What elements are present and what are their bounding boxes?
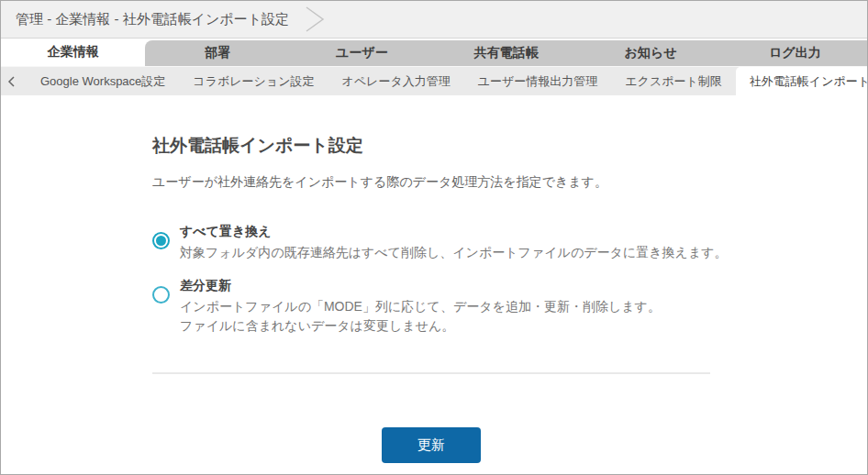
update-button[interactable]: 更新 xyxy=(382,427,481,463)
breadcrumb-text: 管理 - 企業情報 - 社外電話帳インポート設定 xyxy=(16,11,289,28)
breadcrumb: 管理 - 企業情報 - 社外電話帳インポート設定 xyxy=(1,1,867,39)
subtab-collaboration[interactable]: コラボレーション設定 xyxy=(179,67,328,95)
page-title: 社外電話帳インポート設定 xyxy=(152,134,867,158)
option-description: 対象フォルダ内の既存連絡先はすべて削除し、インポートファイルのデータに置き換えま… xyxy=(180,243,728,262)
tab-label: ユーザー xyxy=(336,45,388,61)
tab-label: 部署 xyxy=(205,45,230,61)
radio-unselected-icon[interactable] xyxy=(152,286,170,304)
subtab-google-workspace[interactable]: Google Workspace設定 xyxy=(27,67,179,95)
radio-option-replace-all[interactable]: すべて置き換え 対象フォルダ内の既存連絡先はすべて削除し、インポートファイルのデ… xyxy=(152,222,740,262)
tab-label: お知らせ xyxy=(624,45,676,61)
page-description: ユーザーが社外連絡先をインポートする際のデータ処理方法を指定できます。 xyxy=(152,174,867,191)
option-description-line2: ファイルに含まれないデータは変更しません。 xyxy=(180,316,661,336)
breadcrumb-chevron-icon xyxy=(304,6,326,33)
tab-department[interactable]: 部署 xyxy=(145,40,289,66)
subtab-user-info-output[interactable]: ユーザー情報出力管理 xyxy=(464,67,612,95)
tab-shared-phonebook[interactable]: 共有電話帳 xyxy=(434,40,578,66)
main-tab-bar: 企業情報 部署 ユーザー 共有電話帳 お知らせ ログ出力 xyxy=(1,39,867,66)
option-description: インポートファイルの「MODE」列に応じて、データを追加・更新・削除します。 xyxy=(180,297,661,316)
tab-user[interactable]: ユーザー xyxy=(290,40,434,66)
subtab-export-restriction[interactable]: エクスポート制限 xyxy=(611,67,736,95)
divider xyxy=(152,372,710,374)
admin-settings-window: 管理 - 企業情報 - 社外電話帳インポート設定 企業情報 部署 ユーザー 共有… xyxy=(0,0,868,475)
subtab-scroll-left-button[interactable] xyxy=(1,67,21,95)
radio-option-diff-update[interactable]: 差分更新 インポートファイルの「MODE」列に応じて、データを追加・更新・削除し… xyxy=(152,276,740,336)
option-text: すべて置き換え 対象フォルダ内の既存連絡先はすべて削除し、インポートファイルのデ… xyxy=(180,222,728,262)
option-label: 差分更新 xyxy=(180,276,661,295)
option-text: 差分更新 インポートファイルの「MODE」列に応じて、データを追加・更新・削除し… xyxy=(180,276,661,336)
subtab-external-phonebook-import[interactable]: 社外電話帳インポート設定 xyxy=(736,67,868,95)
option-label: すべて置き換え xyxy=(180,222,728,241)
tab-label: ログ出力 xyxy=(769,45,821,61)
tab-notice[interactable]: お知らせ xyxy=(578,40,722,66)
settings-panel: 社外電話帳インポート設定 ユーザーが社外連絡先をインポートする際のデータ処理方法… xyxy=(1,95,867,463)
tab-log-export[interactable]: ログ出力 xyxy=(723,40,867,66)
radio-selected-icon[interactable] xyxy=(152,232,170,249)
button-row: 更新 xyxy=(152,427,710,463)
tab-label: 企業情報 xyxy=(48,44,99,61)
tab-label: 共有電話帳 xyxy=(474,45,539,61)
chevron-left-icon xyxy=(7,76,15,87)
tab-company-info[interactable]: 企業情報 xyxy=(1,39,145,66)
sub-tab-bar: 設定 Google Workspace設定 コラボレーション設定 オペレータ入力… xyxy=(1,66,867,95)
subtab-operator-input[interactable]: オペレータ入力管理 xyxy=(328,67,463,95)
